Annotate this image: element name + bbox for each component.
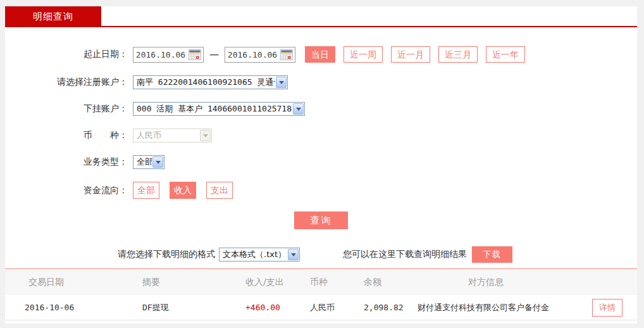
- currency-row: 币 种： 人民币: [5, 129, 637, 142]
- quick-range-year-button[interactable]: 近一年: [486, 46, 525, 63]
- download-row: 请您选择下载明细的格式 文本格式（.txt） 您可以在这里下载查询明细结果 下载: [5, 246, 637, 263]
- end-date-value: 2016.10.06: [225, 50, 280, 60]
- results-table: 交易日期 摘要 收入/支出 币种 余额 对方信息 2016-10-06 DF提现…: [5, 268, 637, 320]
- sub-account-row: 下挂账户： 000 活期 基本户 1406600101102571848: [5, 102, 637, 116]
- business-type-select[interactable]: 全部: [133, 155, 164, 169]
- sub-account-label: 下挂账户：: [5, 103, 133, 115]
- tab-bar: 明细查询: [5, 6, 637, 27]
- quick-range-month-button[interactable]: 近一月: [391, 46, 430, 63]
- sub-account-value: 000 活期 基本户 1406600101102571848: [133, 103, 292, 115]
- date-range-label: 起止日期：: [5, 49, 133, 60]
- date-range-separator: —: [209, 49, 219, 60]
- currency-label: 币 种：: [5, 130, 133, 141]
- tab-detail-query[interactable]: 明细查询: [5, 6, 101, 27]
- download-hint: 您可以在这里下载查询明细结果: [343, 249, 467, 260]
- download-format-value: 文本格式（.txt）: [220, 249, 287, 260]
- start-date-value: 2016.10.06: [133, 50, 188, 60]
- cell-actions: 详情: [587, 299, 637, 317]
- calendar-icon[interactable]: [188, 48, 202, 61]
- chevron-down-icon[interactable]: [276, 77, 287, 88]
- download-button[interactable]: 下载: [472, 246, 512, 263]
- detail-button[interactable]: 详情: [592, 299, 622, 317]
- download-format-label: 请您选择下载明细的格式: [118, 249, 215, 260]
- sub-account-select[interactable]: 000 活期 基本户 1406600101102571848: [133, 102, 305, 116]
- currency-select: 人民币: [133, 129, 212, 142]
- header-currency: 币种: [299, 277, 353, 288]
- cell-amount: +460.00: [226, 303, 299, 312]
- currency-value: 人民币: [133, 130, 199, 141]
- cell-summary: DF提现: [128, 302, 226, 313]
- register-account-value: 南平 6222001406100921065 灵通卡: [133, 77, 275, 88]
- business-type-label: 业务类型：: [5, 156, 133, 168]
- detail-query-panel: 明细查询 起止日期： 2016.10.06 — 2016: [5, 6, 637, 324]
- fund-flow-expense-button[interactable]: 支出: [206, 182, 233, 199]
- end-date-input[interactable]: 2016.10.06: [225, 47, 295, 63]
- table-row: 2016-10-06 DF提现 +460.00 人民币 2,098.82 财付通…: [5, 295, 637, 320]
- fund-flow-all-button[interactable]: 全部: [133, 182, 159, 199]
- header-amount: 收入/支出: [226, 277, 299, 288]
- header-date: 交易日期: [5, 277, 128, 288]
- business-type-row: 业务类型： 全部: [5, 155, 637, 169]
- register-account-select[interactable]: 南平 6222001406100921065 灵通卡: [133, 75, 288, 89]
- table-header-row: 交易日期 摘要 收入/支出 币种 余额 对方信息: [5, 268, 637, 295]
- quick-range-today-button[interactable]: 当日: [305, 46, 335, 63]
- fund-flow-row: 资金流向： 全部 收入 支出: [5, 182, 637, 199]
- calendar-icon[interactable]: [280, 48, 294, 61]
- chevron-down-icon: [200, 130, 211, 141]
- register-account-label: 请选择注册账户：: [5, 77, 133, 88]
- header-balance: 余额: [353, 277, 416, 288]
- business-type-value: 全部: [133, 156, 152, 168]
- header-counterparty: 对方信息: [416, 277, 587, 288]
- quick-range-3months-button[interactable]: 近三月: [438, 46, 478, 63]
- download-format-select[interactable]: 文本格式（.txt）: [219, 248, 300, 262]
- cell-date: 2016-10-06: [5, 303, 128, 312]
- cell-currency: 人民币: [299, 302, 353, 313]
- query-form: 起止日期： 2016.10.06 — 2016.10.06: [5, 27, 637, 263]
- cell-counterparty: 财付通支付科技有限公司客户备付金: [416, 302, 587, 313]
- start-date-input[interactable]: 2016.10.06: [133, 47, 204, 63]
- cell-balance: 2,098.82: [353, 303, 416, 312]
- chevron-down-icon[interactable]: [288, 249, 299, 260]
- chevron-down-icon[interactable]: [152, 156, 163, 168]
- fund-flow-label: 资金流向：: [5, 185, 133, 196]
- register-account-row: 请选择注册账户： 南平 6222001406100921065 灵通卡: [5, 75, 637, 89]
- chevron-down-icon[interactable]: [293, 103, 304, 115]
- header-summary: 摘要: [128, 277, 226, 288]
- quick-range-week-button[interactable]: 近一周: [344, 46, 383, 63]
- query-button[interactable]: 查询: [294, 211, 348, 229]
- fund-flow-income-button[interactable]: 收入: [170, 182, 196, 199]
- date-range-row: 起止日期： 2016.10.06 — 2016.10.06: [5, 46, 637, 63]
